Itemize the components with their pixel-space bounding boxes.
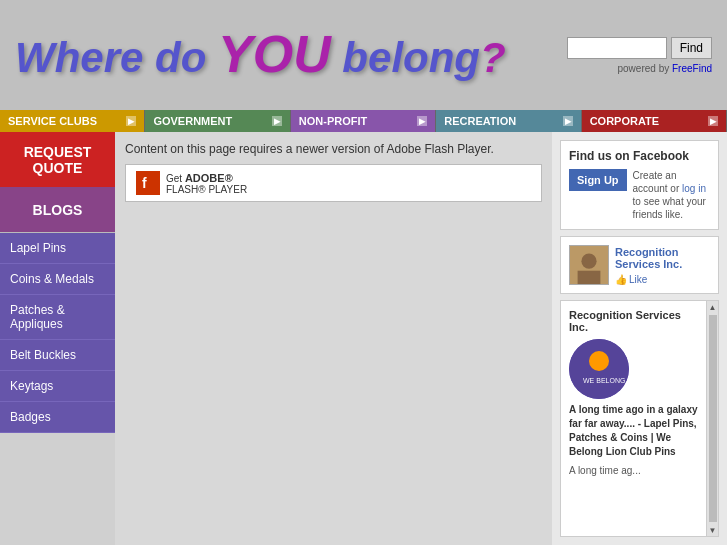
nav-corporate-label: CORPORATE	[590, 115, 659, 127]
nav-non-profit-label: NON-PROFIT	[299, 115, 367, 127]
flash-player-label: FLASH® PLAYER	[166, 184, 247, 195]
recreation-arrow: ▶	[563, 116, 573, 126]
main-area: REQUEST QUOTE BLOGS Lapel Pins Coins & M…	[0, 132, 727, 545]
facebook-body: Sign Up Create an account or log in to s…	[569, 169, 710, 221]
search-area: Find powered by FreeFind	[567, 37, 712, 74]
feed-scrollbar[interactable]: ▲ ▼	[706, 301, 718, 536]
feed-bottom-text: A long time ag...	[569, 465, 700, 476]
logo-belong: belong	[331, 34, 480, 81]
flash-notice: Content on this page requires a newer ve…	[125, 142, 542, 156]
corporate-arrow: ▶	[708, 116, 718, 126]
thumbsup-icon: 👍	[615, 274, 627, 285]
feed-content: Recognition Services Inc. WE BELONG A lo…	[561, 301, 718, 484]
sidebar-keytags[interactable]: Keytags	[0, 371, 115, 402]
scroll-up-arrow[interactable]: ▲	[708, 301, 718, 313]
header: Where do YOU belong? Find powered by Fre…	[0, 0, 727, 110]
like-label: Like	[629, 274, 647, 285]
recognition-thumbnail	[569, 245, 609, 285]
logo-you: YOU	[218, 25, 331, 83]
facebook-signup-button[interactable]: Sign Up	[569, 169, 627, 191]
flash-notice-text: Content on this page requires a newer ve…	[125, 142, 494, 156]
logo-text: Where do YOU belong?	[15, 26, 567, 83]
nav-corporate[interactable]: CORPORATE ▶	[582, 110, 727, 132]
logo-where: Where do	[15, 34, 218, 81]
feed-section: ▲ ▼ Recognition Services Inc. WE BELONG …	[560, 300, 719, 537]
facebook-description: Create an account or log in to see what …	[633, 169, 710, 221]
svg-point-3	[581, 254, 596, 269]
svg-point-6	[589, 351, 609, 371]
feed-rec-title: Recognition Services Inc.	[569, 309, 700, 333]
flash-icon: f	[136, 171, 160, 195]
nav-non-profit[interactable]: NON-PROFIT ▶	[291, 110, 436, 132]
nav-service-clubs-label: SERVICE CLUBS	[8, 115, 97, 127]
flash-get-label: Get	[166, 173, 185, 184]
fb-login-link[interactable]: log in	[682, 183, 706, 194]
facebook-title: Find us on Facebook	[569, 149, 710, 163]
like-button[interactable]: 👍 Like	[615, 274, 710, 285]
fb-friends-text: to see what your friends like.	[633, 196, 706, 220]
sidebar-coins-medals[interactable]: Coins & Medals	[0, 264, 115, 295]
nav-recreation[interactable]: RECREATION ▶	[436, 110, 581, 132]
center-content: Content on this page requires a newer ve…	[115, 132, 552, 545]
sidebar: REQUEST QUOTE BLOGS Lapel Pins Coins & M…	[0, 132, 115, 545]
nav-government-label: GOVERNMENT	[153, 115, 232, 127]
non-profit-arrow: ▶	[417, 116, 427, 126]
service-clubs-arrow: ▶	[126, 116, 136, 126]
search-input[interactable]	[567, 37, 667, 59]
sidebar-patches-appliques[interactable]: Patches & Appliques	[0, 295, 115, 340]
navbar: SERVICE CLUBS ▶ GOVERNMENT ▶ NON-PROFIT …	[0, 110, 727, 132]
facebook-section: Find us on Facebook Sign Up Create an ac…	[560, 140, 719, 230]
recognition-info: Recognition Services Inc. 👍 Like	[615, 246, 710, 285]
powered-by: powered by FreeFind	[618, 63, 713, 74]
logo-question: ?	[480, 34, 506, 81]
freefind-link[interactable]: FreeFind	[672, 63, 712, 74]
svg-text:f: f	[142, 175, 147, 191]
sidebar-badges[interactable]: Badges	[0, 402, 115, 433]
recognition-name: Recognition Services Inc.	[615, 246, 710, 270]
sidebar-lapel-pins[interactable]: Lapel Pins	[0, 233, 115, 264]
flash-adobe-label: ADOBE®	[185, 172, 233, 184]
fb-create-text: Create an account or	[633, 170, 682, 194]
nav-recreation-label: RECREATION	[444, 115, 516, 127]
recognition-box: Recognition Services Inc. 👍 Like	[560, 236, 719, 294]
find-button[interactable]: Find	[671, 37, 712, 59]
feed-text-bold: A long time ago in a galaxy far far away…	[569, 404, 698, 457]
scroll-down-arrow[interactable]: ▼	[708, 524, 718, 536]
search-row: Find	[567, 37, 712, 59]
nav-service-clubs[interactable]: SERVICE CLUBS ▶	[0, 110, 145, 132]
svg-rect-4	[578, 271, 601, 284]
svg-text:WE BELONG: WE BELONG	[583, 377, 625, 384]
scroll-thumb	[709, 315, 717, 522]
logo-area: Where do YOU belong?	[15, 26, 567, 83]
government-arrow: ▶	[272, 116, 282, 126]
nav-government[interactable]: GOVERNMENT ▶	[145, 110, 290, 132]
powered-by-text: powered by	[618, 63, 672, 74]
svg-rect-0	[138, 173, 158, 193]
flash-download-area[interactable]: f Get ADOBE® FLASH® PLAYER	[125, 164, 542, 202]
flash-download-text: Get ADOBE® FLASH® PLAYER	[166, 172, 247, 195]
right-panel: Find us on Facebook Sign Up Create an ac…	[552, 132, 727, 545]
sidebar-belt-buckles[interactable]: Belt Buckles	[0, 340, 115, 371]
feed-thumbnail: WE BELONG	[569, 339, 629, 399]
blogs-button[interactable]: BLOGS	[0, 187, 115, 232]
request-quote-button[interactable]: REQUEST QUOTE	[0, 132, 115, 187]
feed-text: A long time ago in a galaxy far far away…	[569, 403, 700, 459]
